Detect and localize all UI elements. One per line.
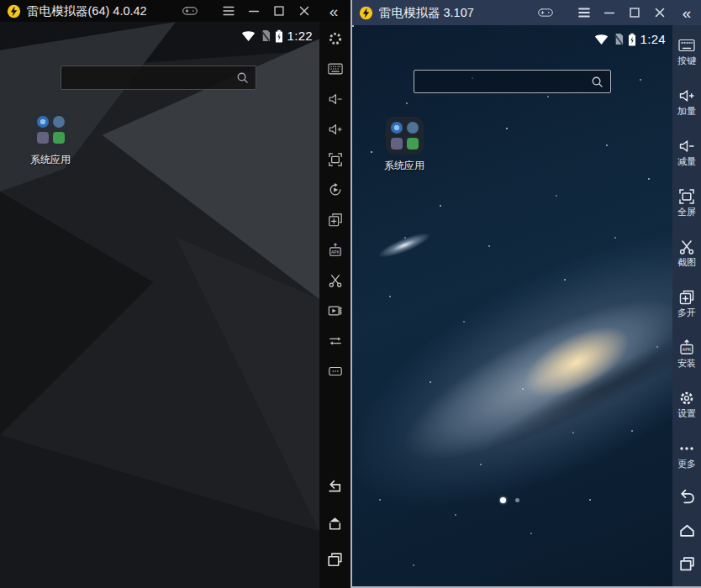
recent-apps-icon[interactable] (319, 542, 350, 578)
mini-app-icon (53, 116, 65, 128)
more-button[interactable]: 更多 (672, 428, 701, 479)
toolbar-item-label: 加量 (677, 107, 696, 116)
menu-icon[interactable] (216, 2, 241, 20)
volume-down-button[interactable]: 减量 (672, 126, 701, 176)
page-indicator (500, 497, 519, 503)
battery-charging-icon (628, 33, 636, 46)
folder-tile[interactable] (386, 117, 424, 155)
toolbar-item-label: 更多 (677, 459, 696, 469)
apk-install-button[interactable]: APK 安装 (672, 328, 701, 378)
keyboard-icon[interactable] (319, 54, 350, 84)
small-galaxy (365, 223, 444, 269)
screenshot-icon[interactable] (319, 265, 350, 296)
multi-instance-icon[interactable] (319, 205, 350, 235)
ldplayer-logo-icon (359, 6, 373, 20)
volume-down-icon (678, 138, 695, 155)
rotate-screen-icon[interactable] (319, 175, 350, 205)
clock: 1:22 (287, 29, 313, 43)
window-title: 雷电模拟器 3.107 (379, 5, 474, 21)
search-input[interactable] (61, 66, 236, 89)
battery-charging-icon (275, 29, 283, 43)
multi-instance-button[interactable]: 多开 (672, 277, 701, 328)
no-sim-icon (260, 29, 271, 42)
mini-app-icon (37, 132, 49, 144)
svg-text:APK: APK (682, 347, 691, 352)
mini-app-icon (407, 138, 419, 150)
folder-label: 系统应用 (30, 153, 71, 167)
volume-up-icon (678, 87, 695, 104)
maximize-button[interactable] (622, 3, 647, 22)
minimize-button[interactable] (597, 3, 622, 22)
folder-label: 系统应用 (384, 159, 424, 173)
search-icon[interactable] (236, 71, 249, 84)
toolbar-item-label: 截图 (677, 258, 696, 267)
mini-app-icon (37, 116, 49, 128)
window-title: 雷电模拟器(64) 4.0.42 (27, 3, 147, 19)
fullscreen-button[interactable]: 全屏 (672, 176, 701, 227)
status-bar: 1:24 (352, 25, 672, 47)
volume-up-button[interactable]: 加量 (672, 76, 701, 126)
ldplayer-logo-icon (7, 4, 21, 18)
toolbar-item-label: 按键 (677, 56, 696, 66)
minimize-button[interactable] (241, 2, 266, 20)
status-bar: 1:22 (0, 22, 319, 44)
search-bar[interactable] (414, 70, 611, 93)
menu-icon[interactable] (572, 3, 597, 22)
maximize-button[interactable] (266, 2, 292, 20)
sidebar-collapse-icon[interactable]: « (672, 5, 701, 21)
toolbar-item-label: 减量 (677, 157, 696, 166)
search-input[interactable] (414, 71, 591, 92)
nav-buttons (319, 470, 350, 588)
mini-app-icon (407, 122, 419, 134)
shared-folder-icon[interactable] (319, 326, 350, 356)
search-icon[interactable] (591, 76, 603, 88)
screen-record-icon[interactable] (319, 296, 350, 326)
keymapping-button[interactable]: 按键 (672, 25, 701, 76)
gamepad-icon[interactable] (533, 3, 558, 22)
toolbar: 按键 加量 减量 (672, 25, 701, 586)
apk-install-icon[interactable]: APK (319, 235, 350, 265)
settings-button[interactable]: 设置 (672, 378, 701, 428)
volume-down-icon[interactable] (319, 84, 350, 114)
app-folder-system[interactable]: 系统应用 (378, 117, 430, 173)
titlebar[interactable]: 雷电模拟器 3.107 (352, 0, 701, 25)
more-options-icon[interactable] (319, 356, 350, 386)
emulator-window-ldplayer4: 雷电模拟器(64) 4.0.42 (0, 0, 350, 588)
gamepad-icon[interactable] (177, 2, 203, 20)
back-icon[interactable] (672, 479, 701, 512)
close-button[interactable] (647, 3, 672, 22)
page-dot-active (500, 497, 506, 503)
clock: 1:24 (640, 32, 666, 46)
screenshot-button[interactable]: 截图 (672, 227, 701, 277)
close-button[interactable] (292, 2, 317, 20)
toolbar-item-label: 设置 (677, 409, 696, 418)
home-icon[interactable] (319, 506, 350, 542)
search-bar[interactable] (61, 66, 256, 90)
fullscreen-icon[interactable] (319, 144, 350, 175)
mini-app-icon (53, 132, 65, 144)
toolbar-item-label: 多开 (677, 308, 696, 318)
galaxy (352, 117, 672, 586)
sidebar-collapse-icon[interactable]: « (317, 3, 350, 19)
android-screen[interactable]: 1:22 (0, 22, 319, 588)
screenshot-icon (678, 239, 695, 255)
folder-tile[interactable] (32, 111, 70, 149)
apk-install-icon: APK (678, 339, 695, 356)
titlebar[interactable]: 雷电模拟器(64) 4.0.42 (0, 0, 350, 22)
page-dot (515, 498, 519, 502)
multi-instance-icon (678, 289, 695, 306)
settings-icon[interactable] (319, 24, 350, 54)
toolbar-item-label: 全屏 (677, 207, 696, 217)
nav-buttons (672, 479, 701, 586)
recent-apps-icon[interactable] (672, 546, 701, 580)
desktop: 雷电模拟器(64) 4.0.42 (0, 0, 701, 588)
android-screen[interactable]: 1:24 (352, 25, 672, 586)
home-icon[interactable] (672, 512, 701, 546)
back-icon[interactable] (319, 470, 350, 506)
volume-up-icon[interactable] (319, 114, 350, 144)
fullscreen-icon (678, 188, 695, 205)
settings-icon (678, 390, 695, 407)
emulator-window-ldplayer3: 雷电模拟器 3.107 (350, 0, 701, 588)
app-folder-system[interactable]: 系统应用 (24, 111, 76, 167)
wifi-icon (594, 34, 609, 45)
